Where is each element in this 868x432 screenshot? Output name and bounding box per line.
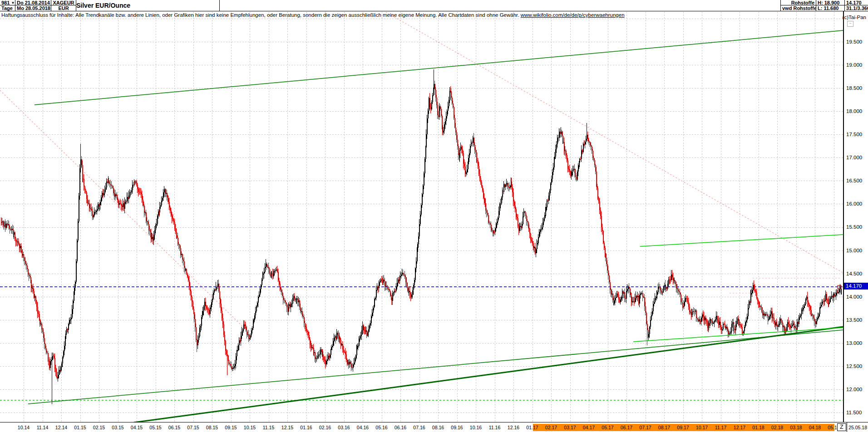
y-tick-label: 19.000 — [846, 62, 862, 68]
x-tick-label: 09.16 — [449, 425, 465, 430]
y-tick-label: 19.500 — [846, 39, 862, 44]
x-tick-label: 01.15 — [72, 425, 89, 430]
price-chart-canvas[interactable] — [0, 0, 868, 432]
date-to[interactable]: Mo 28.05.2018 — [15, 5, 51, 11]
y-tick-label: 16.000 — [846, 201, 862, 206]
wikifolio-link[interactable]: www.wikifolio.com/de/de/p/cyberwaehrunge… — [521, 12, 625, 18]
y-tick-label: 16.500 — [846, 178, 862, 183]
x-tick-label: 02.17 — [543, 425, 559, 430]
x-tick-label: 08.16 — [430, 425, 446, 430]
x-tick-label: 12.14 — [53, 425, 69, 430]
x-tick-label: 12.15 — [279, 425, 296, 430]
x-tick-label: 08.17 — [656, 425, 672, 430]
x-tick-label: 06.16 — [392, 425, 409, 430]
x-tick-label: 10.17 — [694, 425, 710, 430]
x-tick-label: 03.18 — [788, 425, 804, 430]
source-label: vwd Rohstoffe — [780, 5, 816, 11]
x-tick-label: 01.16 — [298, 425, 315, 430]
x-tick-label: 06.15 — [166, 425, 182, 430]
y-tick-label: 13.000 — [846, 340, 862, 346]
x-tick-label: 12.17 — [731, 425, 748, 430]
x-tick-label: 10.15 — [242, 425, 258, 430]
x-axis: 10.1411.1412.1401.1502.1503.1504.1505.15… — [0, 422, 868, 432]
last-date-label: 25.05.18 — [847, 425, 867, 430]
x-tick-label: 11.15 — [261, 425, 277, 430]
x-tick-label: 11.17 — [713, 425, 729, 430]
y-tick-label: 14.500 — [846, 271, 862, 276]
x-tick-label: 12.16 — [505, 425, 522, 430]
bars-count-dropdown[interactable]: 981 ▼ — [0, 0, 15, 5]
x-tick-label: 04.15 — [128, 425, 145, 430]
x-tick-label: 08.15 — [204, 425, 220, 430]
x-tick-label: 07.17 — [637, 425, 654, 430]
y-tick-label: 11.500 — [846, 410, 862, 415]
taipan-chart-window: 981 ▼ Tage ▼ Do 21.08.2014 Mo 28.05.2018… — [0, 0, 868, 432]
x-tick-label: 11.16 — [487, 425, 503, 430]
h-gridlines — [0, 19, 843, 413]
taipan-watermark: (c)Tai-Pan — [843, 15, 866, 20]
chart-header: 981 ▼ Tage ▼ Do 21.08.2014 Mo 28.05.2018… — [0, 0, 868, 11]
date-from[interactable]: Do 21.08.2014 — [15, 0, 51, 5]
x-tick-label: 09.17 — [675, 425, 691, 430]
y-tick-label: 12.500 — [846, 363, 862, 369]
page-title: Silver EUR/Ounce — [76, 0, 220, 11]
y-tick-label: 14.000 — [846, 294, 862, 299]
x-tick-label: 01.17 — [524, 425, 541, 430]
x-tick-label: 03.16 — [336, 425, 352, 430]
x-tick-label: 09.15 — [223, 425, 239, 430]
x-tick-label: 06.17 — [618, 425, 635, 430]
x-tick-label: 05.15 — [148, 425, 164, 430]
x-tick-label: 03.15 — [110, 425, 126, 430]
crash-resistance-light — [640, 235, 843, 246]
x-tick-label: 05.17 — [600, 425, 616, 430]
y-tick-label: 17.000 — [846, 155, 862, 160]
y-tick-label: 18.500 — [846, 85, 862, 91]
category-label: Rohstoffe — [780, 0, 816, 5]
current-price-tag: 14.170 — [844, 283, 868, 290]
lower-channel-support — [28, 330, 843, 404]
collapse-icon[interactable]: − — [847, 21, 853, 27]
disclaimer-text: Haftungsausschluss für Inhalte: Alle Tre… — [1, 12, 625, 18]
y-tick-label: 13.500 — [846, 317, 862, 323]
extra-value: 31.1/3.360 — [844, 5, 868, 11]
y-tick-label: 17.500 — [846, 132, 862, 137]
x-tick-label: 07.16 — [411, 425, 428, 430]
candlesticks — [1, 69, 842, 404]
y-axis: 19.50019.00018.50018.00017.50017.00016.5… — [843, 11, 868, 422]
y-tick-label: 12.000 — [846, 387, 862, 392]
x-tick-label: 03.17 — [562, 425, 578, 430]
x-tick-label: 11.14 — [35, 425, 51, 430]
last-price: 14.170 — [844, 0, 868, 5]
zoom-marker-button[interactable]: Z — [837, 423, 846, 431]
x-tick-label: 02.16 — [317, 425, 333, 430]
x-tick-label: 02.18 — [769, 425, 785, 430]
x-tick-label: 02.15 — [91, 425, 107, 430]
y-tick-label: 15.500 — [846, 224, 862, 230]
x-tick-label: 04.16 — [355, 425, 371, 430]
x-tick-label: 01.18 — [750, 425, 767, 430]
period-dropdown[interactable]: Tage ▼ — [0, 5, 15, 11]
y-tick-label: 18.000 — [846, 108, 862, 114]
currency-label: EUR — [51, 5, 76, 11]
period-high: H: 18.900 — [816, 0, 844, 5]
x-tick-label: 04.17 — [581, 425, 597, 430]
x-tick-label: 07.15 — [185, 425, 202, 430]
x-tick-label: 05.16 — [374, 425, 390, 430]
x-tick-label: 04.18 — [807, 425, 823, 430]
symbol-label: XAGEUR — [51, 0, 76, 5]
x-tick-label: 10.16 — [468, 425, 484, 430]
y-tick-label: 15.000 — [846, 248, 862, 253]
chevron-down-icon: ▼ — [11, 1, 15, 5]
x-tick-label: 10.14 — [15, 425, 32, 430]
period-low: L: 11.680 — [816, 5, 844, 11]
